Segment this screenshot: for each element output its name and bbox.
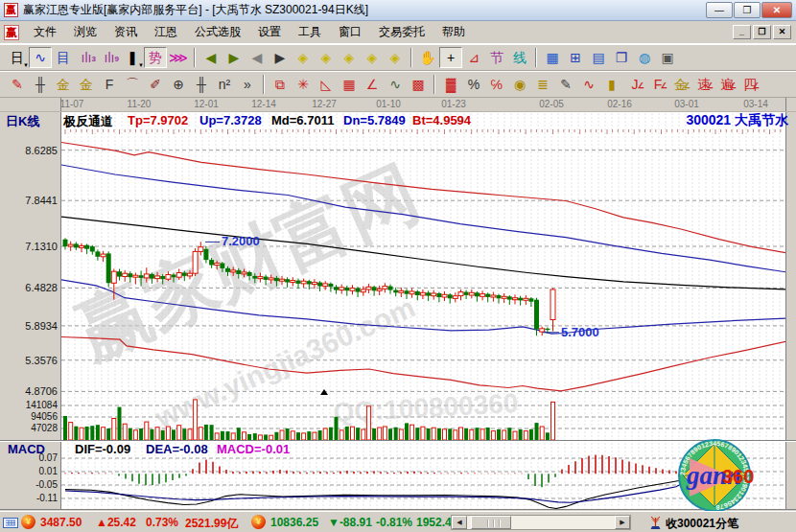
circle-cross-icon[interactable]: ⊕ [167,74,190,95]
date-tick-label: 12-14 [251,99,276,109]
zoom-out-icon[interactable]: ◈ [384,47,407,68]
ray-fan-icon[interactable]: ✳ [292,74,315,95]
svg-text:7.2000: 7.2000 [222,234,260,248]
gold-circle-icon[interactable]: ◉ [508,74,531,95]
gann-node-icon[interactable]: 节 [485,47,508,68]
pct-black-icon[interactable]: % [462,74,485,95]
jump-last-icon[interactable]: ▶ [222,47,246,68]
chart-region: 赢家财富网www.yingjia360.comQQ:1008003607.200… [0,98,796,511]
calendar-icon[interactable]: ▦ [541,47,564,68]
date-tick-label: 11-07 [60,99,84,109]
horizontal-scrollbar[interactable]: ◀ ▶ [451,515,631,530]
zoom-right-icon[interactable]: ◈ [315,47,338,68]
more-icon[interactable]: » [236,74,259,95]
indicator-value-2: Up=7.3728 [199,113,262,127]
color-trend-icon[interactable]: ⋙ [167,47,190,68]
keyboard-icon[interactable] [3,516,18,529]
menu-item-1[interactable]: 文件 [25,21,65,43]
menu-item-2[interactable]: 浏览 [65,21,105,43]
gold-grid-2-icon[interactable]: 金 [75,74,98,95]
gann-square-icon[interactable]: ▦ [338,74,361,95]
band-pct-icon[interactable]: ▓ [439,74,462,95]
rect-tool-icon[interactable]: ⧉ [269,74,292,95]
zoom-left-icon[interactable]: ◈ [292,47,315,68]
bars-9-sub-glyph: 9 [115,49,119,69]
pct-red-icon[interactable]: ℅ [485,74,508,95]
menu-item-10[interactable]: 帮助 [433,21,474,43]
mdi-restore-button[interactable]: ❐ [753,25,771,39]
truck-icon[interactable]: ▣ [656,47,679,68]
notes-icon[interactable]: ▤ [587,47,610,68]
four-angle-icon[interactable]: 四∠ [738,74,761,95]
gold-grid-1-icon[interactable]: 金 [52,74,75,95]
svg-text:360: 360 [722,466,754,487]
price-axis-label: 6.4828 [2,282,58,293]
web-copy-icon[interactable]: ◍ [633,47,656,68]
sz-index-amount: 1952.4 [416,516,452,529]
curve-icon[interactable]: 线 [508,47,531,68]
grid-tool-icon[interactable]: ▩ [407,74,430,95]
crosshair-icon[interactable]: + [439,47,462,68]
menu-item-6[interactable]: 设置 [249,21,290,43]
arc-tool-icon[interactable]: ⌒ [121,74,144,95]
h-grid-icon[interactable]: ╫ [29,74,52,95]
realtime-icon[interactable]: 势 [144,47,167,68]
close-button[interactable]: ✕ [761,2,792,18]
scroll-right-arrow[interactable]: ▶ [615,516,630,529]
maximize-button[interactable]: ❐ [734,2,761,18]
toolbar-main: 日▼∿目ılı3ılı9❚▼势⋙◀▶◀▶◈◈◈◈◈✋+⊿节线▦⊞▤❐◍▣ [0,44,796,71]
pen-icon[interactable]: ✎ [6,74,29,95]
indicator-value-3: Md=6.7011 [271,113,334,127]
sh-index-value: 3487.50 [40,516,82,529]
multi-angle-icon[interactable]: 遍∠ [715,74,738,95]
mdi-close-button[interactable]: ✕ [773,25,791,39]
menu-bar: 赢 文件浏览资讯江恩公式选股设置工具窗口交易委托帮助 _ ❐ ✕ [0,21,796,44]
menu-item-8[interactable]: 窗口 [330,21,370,43]
fan-tool-icon[interactable]: ◺ [315,74,338,95]
calculator-icon[interactable]: ⊞ [564,47,587,68]
save-icon[interactable]: ❐ [610,47,633,68]
hand-icon[interactable]: ✋ [416,47,439,68]
shenzhen-index-icon[interactable]: ¥ [251,515,266,529]
jump-first-icon[interactable]: ◀ [199,47,222,68]
menu-item-5[interactable]: 公式选股 [186,21,249,43]
wave-tool-icon[interactable]: ∿ [384,74,407,95]
step-back-icon[interactable]: ◀ [246,47,269,68]
bars-9-icon[interactable]: ılı9 [98,47,121,68]
four-angle-sub-glyph: ∠ [753,76,760,96]
gold-lines-icon[interactable]: ≣ [531,74,554,95]
f-grid-icon[interactable]: F [98,74,121,95]
speed-angle-icon[interactable]: 速∠ [692,74,715,95]
pen-2-icon[interactable]: ✐ [144,74,167,95]
f-angle-icon[interactable]: F∠ [646,74,669,95]
scroll-left-arrow[interactable]: ◀ [452,516,467,529]
candle-style-icon[interactable]: ❚▼ [121,47,144,68]
ladder-icon[interactable]: ╫ [190,74,213,95]
gold-angle-sub-glyph: ∠ [684,76,691,96]
bars-3-icon[interactable]: ılı3 [75,47,98,68]
wave-a-icon[interactable]: ∿ [577,74,600,95]
j-angle-icon[interactable]: J∠ [623,74,646,95]
menu-item-9[interactable]: 交易委托 [370,21,433,43]
info-board-icon[interactable]: 目 [52,47,75,68]
zigzag-icon[interactable]: ∿ [29,47,52,68]
shanghai-index-icon[interactable]: ¥ [21,515,35,529]
gold-bar-icon[interactable]: ▮ [600,74,623,95]
zoom-horizontal-icon[interactable]: ◈ [338,47,361,68]
macd-axis-label: -0.05 [2,479,58,490]
minimize-button[interactable]: — [706,2,733,18]
period-day-icon[interactable]: 日▼ [6,47,29,68]
indicator-value-5: Bt=4.9594 [412,113,471,127]
zoom-in-icon[interactable]: ◈ [361,47,384,68]
mdi-minimize-button[interactable]: _ [733,25,751,39]
n-square-icon[interactable]: n² [213,74,236,95]
angle-line-icon[interactable]: ∠ [361,74,384,95]
angle-ruler-icon[interactable]: ⊿ [462,47,485,68]
menu-item-7[interactable]: 工具 [290,21,330,43]
menu-item-4[interactable]: 江恩 [146,21,186,43]
menu-item-3[interactable]: 资讯 [105,21,146,43]
step-forward-icon[interactable]: ▶ [269,47,292,68]
brush-icon[interactable]: ✎ [554,74,577,95]
gold-angle-icon[interactable]: 金∠ [669,74,692,95]
scroll-thumb[interactable] [471,516,511,529]
